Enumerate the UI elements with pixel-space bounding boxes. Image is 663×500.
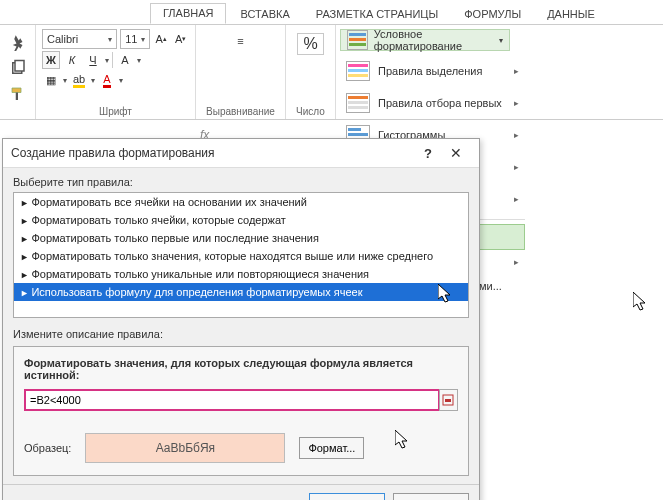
top-bottom-icon [346,93,370,113]
font-size-value: 11 [125,33,137,45]
bold-button[interactable]: Ж [42,51,60,69]
conditional-formatting-button[interactable]: Условное форматирование ▾ [340,29,510,51]
rule-type-item[interactable]: Форматировать все ячейки на основании их… [14,193,468,211]
chevron-right-icon: ▸ [514,194,519,204]
chevron-right-icon: ▸ [514,257,519,267]
font-name-combo[interactable]: Calibri▾ [42,29,117,49]
italic-button[interactable]: К [63,51,81,69]
help-button[interactable]: ? [415,146,441,161]
tab-page-layout[interactable]: РАЗМЕТКА СТРАНИЦЫ [304,4,450,24]
underline-button[interactable]: Ч [84,51,102,69]
ribbon-tabs: ГЛАВНАЯ ВСТАВКА РАЗМЕТКА СТРАНИЦЫ ФОРМУЛ… [0,0,663,24]
align-icon[interactable]: ≡ [237,35,243,47]
number-group-label: Число [296,104,325,117]
clipboard-group [0,25,36,119]
border-icon[interactable]: ▦ [42,71,60,89]
rule-type-item[interactable]: Форматировать только уникальные или повт… [14,265,468,283]
preview-label: Образец: [24,442,71,454]
cf-item-label: Правила выделения [378,65,482,77]
format-preview: АаВbБбЯя [85,433,285,463]
number-group: % Число [286,25,336,119]
chevron-right-icon: ▸ [514,98,519,108]
decrease-font-icon[interactable]: A▾ [173,30,189,48]
formula-input[interactable] [24,389,440,411]
font-size-combo[interactable]: 11▾ [120,29,150,49]
dialog-footer: ОК Отмена [3,484,479,500]
chevron-down-icon[interactable]: ▾ [91,76,95,85]
tab-insert[interactable]: ВСТАВКА [228,4,301,24]
chevron-down-icon: ▾ [499,36,503,45]
rule-description-box: Форматировать значения, для которых след… [13,346,469,476]
format-painter-icon[interactable] [9,85,27,103]
range-selector-button[interactable] [439,389,458,411]
cf-button-label: Условное форматирование [374,28,493,52]
highlight-rules-icon [346,61,370,81]
rule-type-list[interactable]: Форматировать все ячейки на основании их… [13,192,469,318]
font-super-icon[interactable]: A [116,51,134,69]
styles-group: Условное форматирование ▾ Правила выделе… [336,25,663,119]
dialog-title: Создание правила форматирования [11,146,215,160]
chevron-right-icon: ▸ [514,66,519,76]
font-group-label: Шрифт [42,104,189,117]
chevron-down-icon[interactable]: ▾ [105,56,109,65]
increase-font-icon[interactable]: A▴ [153,30,169,48]
rule-type-item[interactable]: Форматировать только значения, которые н… [14,247,468,265]
alignment-group: ≡ Выравнивание [196,25,286,119]
close-button[interactable]: ✕ [441,145,471,161]
alignment-group-label: Выравнивание [206,104,275,117]
chevron-down-icon[interactable]: ▾ [63,76,67,85]
cancel-button[interactable]: Отмена [393,493,469,500]
font-name-value: Calibri [47,33,78,45]
rule-type-item[interactable]: Форматировать только первые или последни… [14,229,468,247]
format-button[interactable]: Формат... [299,437,364,459]
cf-item-label: Правила отбора первых [378,97,502,109]
cf-icon [347,30,368,50]
svg-rect-1 [15,61,24,72]
fill-color-icon[interactable]: ab [70,71,88,89]
collapse-dialog-icon [442,394,454,406]
chevron-down-icon[interactable]: ▾ [137,56,141,65]
chevron-down-icon: ▾ [141,35,145,44]
chevron-right-icon: ▸ [514,130,519,140]
rule-type-item[interactable]: Форматировать только ячейки, которые сод… [14,211,468,229]
tab-formulas[interactable]: ФОРМУЛЫ [452,4,533,24]
svg-rect-3 [445,399,451,402]
new-formatting-rule-dialog: Создание правила форматирования ? ✕ Выбе… [2,138,480,500]
edit-description-label: Измените описание правила: [13,328,469,340]
percent-icon[interactable]: % [297,33,323,55]
cut-icon[interactable] [9,33,27,51]
formula-condition-label: Форматировать значения, для которых след… [24,357,458,381]
copy-icon[interactable] [9,59,27,77]
dialog-titlebar: Создание правила форматирования ? ✕ [3,139,479,168]
chevron-down-icon: ▾ [108,35,112,44]
chevron-down-icon[interactable]: ▾ [119,76,123,85]
cf-highlight-rules[interactable]: Правила выделения ▸ [340,55,525,87]
cursor-icon [633,292,651,314]
tab-data[interactable]: ДАННЫЕ [535,4,607,24]
chevron-right-icon: ▸ [514,162,519,172]
rule-type-item[interactable]: Использовать формулу для определения фор… [14,283,468,301]
font-color-icon[interactable]: A [98,71,116,89]
font-group: Calibri▾ 11▾ A▴ A▾ Ж К Ч ▾ A ▾ ▦ ▾ ab ▾ … [36,25,196,119]
ok-button[interactable]: ОК [309,493,385,500]
tab-home[interactable]: ГЛАВНАЯ [150,3,226,24]
select-rule-type-label: Выберите тип правила: [13,176,469,188]
ribbon-body: Calibri▾ 11▾ A▴ A▾ Ж К Ч ▾ A ▾ ▦ ▾ ab ▾ … [0,24,663,120]
cf-top-bottom-rules[interactable]: Правила отбора первых ▸ [340,87,525,119]
